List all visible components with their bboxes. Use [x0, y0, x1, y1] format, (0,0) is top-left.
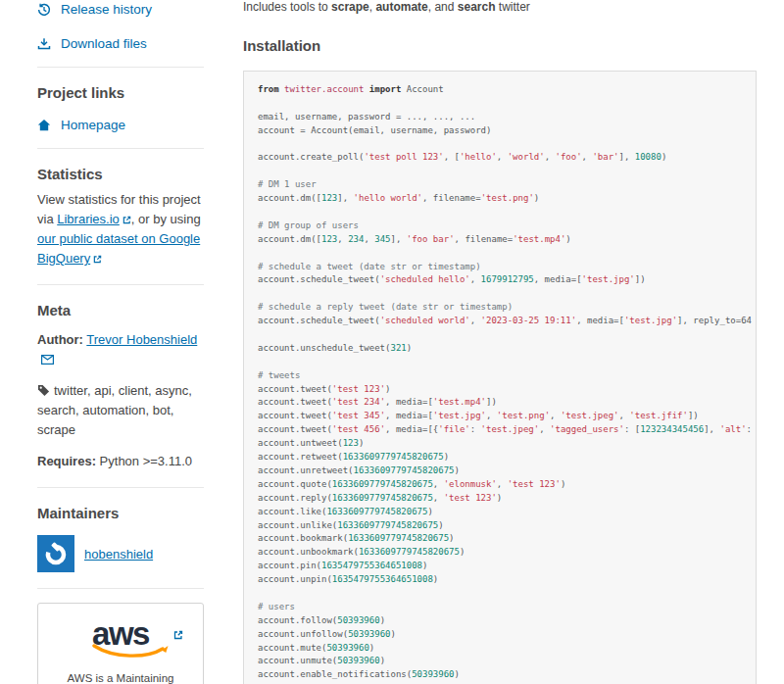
bold-text: scrape — [331, 0, 369, 14]
bold-text: search — [458, 0, 496, 14]
sidebar-item-label: Homepage — [61, 118, 125, 132]
code-line — [258, 165, 742, 178]
tag-icon — [37, 384, 50, 397]
code-line: account.tweet('test 345', media=['test.j… — [258, 410, 742, 423]
code-line: account.unlike(1633609779745820675) — [258, 519, 742, 533]
code-line: account.dm([123], 'hello world', filenam… — [258, 192, 742, 206]
statistics-text: View statistics for this project via Lib… — [37, 190, 204, 269]
external-link-icon — [122, 216, 131, 224]
code-line: account.retweet(1633609779745820675) — [258, 451, 742, 464]
text: , and — [428, 0, 458, 14]
code-line: account.pin(1635479755364651008) — [258, 560, 742, 573]
code-line — [258, 356, 742, 369]
text: Includes tools to — [243, 0, 331, 14]
author-row: Author: Trevor Hobenshield — [37, 330, 204, 369]
divider — [37, 284, 204, 285]
sidebar-item-label: Release history — [61, 2, 152, 17]
maintainers-heading: Maintainers — [37, 505, 204, 521]
code-line — [258, 247, 742, 261]
code-line: email, username, password = ..., ..., ..… — [258, 111, 742, 124]
home-icon — [37, 119, 51, 132]
code-line: account.unschedule_tweet(321) — [258, 342, 742, 356]
divider — [37, 588, 204, 589]
sidebar-item-homepage[interactable]: Homepage — [37, 118, 204, 132]
sponsor-text: AWS is a Maintaining sponsor of the Pyth… — [50, 670, 191, 684]
sidebar: Release history Download files Project l… — [37, 0, 204, 684]
bold-text: automate — [375, 0, 427, 14]
text: , or by using — [131, 212, 201, 226]
project-links-heading: Project links — [37, 84, 204, 101]
code-line: account.unbookmark(1633609779745820675) — [258, 546, 742, 560]
external-link-icon — [93, 255, 102, 264]
code-line — [258, 206, 742, 220]
main-content: Includes tools to scrape, automate, and … — [243, 0, 757, 684]
requires-value: Python >=3.11.0 — [100, 454, 192, 468]
code-line: account.enable_notifications(50393960) — [258, 668, 742, 682]
code-line — [258, 138, 742, 152]
avatar — [37, 535, 74, 572]
code-line: account.create_poll('test poll 123', ['h… — [258, 151, 742, 165]
code-line: account = Account(email, username, passw… — [258, 124, 742, 138]
aws-logo-text: aws — [92, 615, 149, 652]
author-label: Author: — [37, 332, 83, 347]
code-line: account.tweet('test 123') — [258, 383, 742, 397]
sidebar-item-label: Download files — [61, 36, 147, 51]
code-line: # users — [258, 601, 742, 614]
libraries-io-link[interactable]: Libraries.io — [57, 212, 131, 226]
code-line — [258, 287, 742, 301]
code-line: # DM 1 user — [258, 178, 742, 192]
code-line: account.untweet(123) — [258, 437, 742, 451]
page: Release history Download files Project l… — [0, 0, 784, 684]
code-line: account.follow(50393960) — [258, 614, 742, 628]
code-line — [258, 97, 742, 111]
bigquery-dataset-link[interactable]: our public dataset on Google BigQuery — [37, 231, 200, 266]
power-glyph-icon — [43, 541, 69, 566]
code-line: from twitter.account import Account — [258, 83, 742, 97]
code-line: account.bookmark(1633609779745820675) — [258, 532, 742, 546]
installation-code-block[interactable]: from twitter.account import Account emai… — [243, 71, 757, 684]
code-line: account.tweet('test 234', media=['test.m… — [258, 396, 742, 410]
divider — [37, 487, 204, 488]
installation-heading: Installation — [243, 37, 757, 54]
code-line: account.quote(1633609779745820675, 'elon… — [258, 478, 742, 492]
code-line: account.unfollow(50393960) — [258, 628, 742, 642]
email-icon — [41, 355, 54, 365]
code-line: # schedule a reply tweet (date str or ti… — [258, 301, 742, 315]
code-line: # DM group of users — [258, 220, 742, 233]
tags-row: twitter, api, client, async, search, aut… — [37, 381, 204, 440]
project-description: Includes tools to scrape, automate, and … — [243, 0, 757, 15]
code-line — [258, 328, 742, 342]
tags-text: twitter, api, client, async, search, aut… — [37, 383, 192, 437]
divider — [37, 67, 204, 68]
code-line: account.schedule_tweet('scheduled hello'… — [258, 273, 742, 287]
maintainer-row: hobenshield — [37, 535, 204, 572]
code-line: account.dm([123, 234, 345], 'foo bar', f… — [258, 233, 742, 247]
sidebar-item-release-history[interactable]: Release history — [37, 2, 204, 17]
code-line: # schedule a tweet (date str or timestam… — [258, 261, 742, 274]
requires-label: Requires: — [37, 454, 96, 468]
statistics-heading: Statistics — [37, 166, 204, 182]
code-line: account.unpin(1635479755364651008) — [258, 573, 742, 587]
code-line: account.unmute(50393960) — [258, 655, 742, 668]
code-line: account.like(1633609779745820675) — [258, 506, 742, 519]
meta-heading: Meta — [37, 302, 204, 318]
aws-logo: aws — [71, 617, 171, 660]
sponsor-card: aws AWS is a Maintaining sponsor of the … — [37, 603, 204, 684]
author-link[interactable]: Trevor Hobenshield — [86, 332, 197, 347]
code-line: account.mute(50393960) — [258, 642, 742, 656]
code-line: account.schedule_tweet('scheduled world'… — [258, 315, 742, 328]
code-line: account.reply(1633609779745820675, 'test… — [258, 492, 742, 506]
code-line: account.tweet('test 456', media=[{'file'… — [258, 423, 742, 437]
code-line: # tweets — [258, 369, 742, 383]
divider — [37, 148, 204, 149]
history-icon — [37, 3, 51, 17]
requires-row: Requires: Python >=3.11.0 — [37, 452, 204, 471]
code-line: account.unretweet(1633609779745820675) — [258, 464, 742, 478]
sidebar-item-download-files[interactable]: Download files — [37, 36, 204, 51]
download-icon — [37, 37, 51, 51]
external-link-icon — [173, 630, 183, 640]
text: twitter — [496, 0, 530, 14]
code-line — [258, 587, 742, 601]
maintainer-link[interactable]: hobenshield — [84, 547, 153, 562]
